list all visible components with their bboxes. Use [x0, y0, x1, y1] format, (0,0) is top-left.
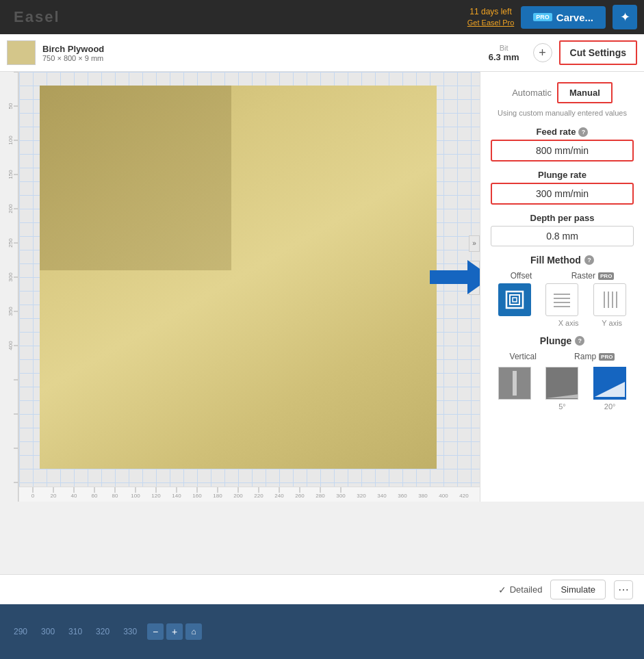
svg-text:0: 0: [31, 493, 35, 499]
svg-text:420: 420: [459, 493, 469, 499]
detailed-label: Detailed: [510, 584, 543, 595]
svg-text:20: 20: [51, 493, 57, 499]
get-easel-pro-link[interactable]: Get Easel Pro: [467, 18, 514, 28]
zoom-num-320: 320: [96, 627, 110, 636]
svg-text:150: 150: [8, 170, 14, 179]
svg-text:240: 240: [274, 493, 284, 499]
svg-text:360: 360: [398, 493, 407, 499]
plunge-help-icon[interactable]: ?: [575, 336, 584, 346]
plunge-ramp-label: Ramp: [574, 352, 596, 361]
svg-text:50: 50: [8, 103, 14, 109]
cut-settings-panel: Automatic Manual Using custom manually e…: [480, 72, 644, 502]
depth-per-pass-group: Depth per pass: [491, 213, 634, 246]
material-info: Birch Plywood 750 × 800 × 9 mm: [42, 44, 475, 62]
svg-text:400: 400: [439, 493, 448, 499]
svg-text:60: 60: [92, 493, 98, 499]
svg-text:400: 400: [8, 341, 14, 350]
svg-text:350: 350: [8, 307, 14, 316]
svg-rect-63: [513, 298, 517, 302]
svg-text:160: 160: [192, 493, 202, 499]
carve-label: Carve...: [556, 12, 593, 23]
zoom-bar: 290 300 310 320 330 − + ⌂: [0, 604, 644, 659]
detailed-checkbox-area[interactable]: ✓ Detailed: [498, 584, 543, 595]
material-bar: Birch Plywood 750 × 800 × 9 mm Bit 6.3 m…: [0, 34, 644, 72]
plunge-pro-badge: PRO: [599, 353, 615, 361]
plunge-5deg-icon[interactable]: [545, 367, 578, 400]
svg-marker-73: [546, 394, 578, 398]
cut-settings-button[interactable]: Cut Settings: [559, 40, 637, 65]
plunge-rate-input[interactable]: [491, 183, 634, 205]
zoom-home-button[interactable]: ⌂: [185, 623, 202, 640]
bottom-toolbar: ✓ Detailed Simulate ⋯: [0, 574, 644, 604]
days-left-text: 11 days left: [467, 6, 514, 18]
collapse-right-arrow[interactable]: »: [469, 235, 480, 252]
fill-icons-row: [491, 283, 634, 316]
fill-offset-icon[interactable]: [498, 283, 531, 316]
zoom-in-button[interactable]: +: [166, 623, 183, 640]
svg-text:100: 100: [8, 135, 14, 145]
plunge-options: 5° 20°: [491, 367, 634, 411]
feed-rate-help-icon[interactable]: ?: [578, 127, 588, 137]
fill-yaxis-sublabel: Y axis: [602, 319, 622, 327]
bit-info: Bit 6.3 mm: [475, 44, 533, 62]
top-bar: Easel 11 days left Get Easel Pro PRO Car…: [0, 0, 644, 34]
fill-xaxis-icon[interactable]: [545, 283, 578, 316]
zoom-out-button[interactable]: −: [147, 623, 164, 640]
mode-selector-row: Automatic Manual: [491, 82, 634, 103]
plunge-5deg-option: 5°: [545, 367, 578, 411]
svg-rect-61: [506, 292, 523, 308]
svg-text:100: 100: [131, 493, 140, 499]
material-dims: 750 × 800 × 9 mm: [42, 54, 475, 62]
bit-label: Bit: [489, 44, 519, 52]
fill-method-help-icon[interactable]: ?: [584, 255, 594, 265]
more-icon: ⋯: [618, 583, 629, 596]
fill-method-section: Fill Method ?: [491, 255, 634, 266]
fill-offset-option: Offset: [511, 271, 532, 281]
more-options-button[interactable]: ⋯: [614, 580, 633, 599]
fill-raster-label: Raster: [571, 271, 595, 281]
material-swatch: [7, 40, 36, 65]
fill-xaxis-sublabel: X axis: [558, 319, 579, 327]
plunge-20deg-option: 20°: [593, 367, 626, 411]
simulate-button[interactable]: Simulate: [550, 580, 606, 599]
plunge-20deg-label: 20°: [604, 402, 616, 411]
ruler-left: 50 100 150 200 250 300 350 400: [0, 72, 19, 502]
carve-button[interactable]: PRO Carve...: [521, 6, 606, 29]
plunge-20deg-icon[interactable]: [593, 367, 626, 400]
fill-sublabels-row: X axis Y axis: [491, 319, 634, 327]
material-name: Birch Plywood: [42, 44, 475, 54]
svg-text:200: 200: [8, 204, 14, 214]
svg-text:320: 320: [357, 493, 366, 499]
svg-text:260: 260: [295, 493, 305, 499]
feed-rate-group: Feed rate ?: [491, 127, 634, 161]
raster-pro-badge: PRO: [598, 272, 614, 280]
zoom-num-330: 330: [123, 627, 137, 636]
automatic-mode-label: Automatic: [512, 88, 552, 98]
zoom-num-290: 290: [14, 627, 27, 636]
feed-rate-label: Feed rate ?: [491, 127, 634, 137]
depth-per-pass-label: Depth per pass: [491, 213, 634, 223]
feed-rate-input[interactable]: [491, 140, 634, 161]
plunge-section-title: Plunge ?: [491, 335, 634, 346]
zoom-controls: − + ⌂: [147, 623, 202, 640]
fill-offset-label: Offset: [511, 271, 532, 281]
zoom-num-310: 310: [68, 627, 82, 636]
days-left-area: 11 days left Get Easel Pro: [467, 6, 514, 28]
plunge-rate-group: Plunge rate: [491, 170, 634, 205]
svg-text:250: 250: [8, 238, 14, 248]
svg-text:180: 180: [213, 493, 222, 499]
fill-yaxis-icon[interactable]: [593, 283, 626, 316]
plunge-vertical-icon[interactable]: [498, 367, 531, 400]
manual-mode-button[interactable]: Manual: [557, 82, 613, 103]
svg-rect-72: [513, 371, 517, 396]
svg-text:380: 380: [418, 493, 428, 499]
mode-description: Using custom manually entered values: [491, 109, 634, 117]
depth-per-pass-input[interactable]: [491, 226, 634, 246]
svg-text:340: 340: [377, 493, 387, 499]
svg-text:300: 300: [336, 493, 346, 499]
app-title: Easel: [14, 8, 60, 26]
svg-text:300: 300: [8, 272, 14, 282]
add-bit-button[interactable]: +: [533, 43, 552, 62]
zoom-numbers: 290 300 310 320 330: [14, 627, 137, 636]
magic-icon-button[interactable]: ✦: [613, 5, 637, 29]
